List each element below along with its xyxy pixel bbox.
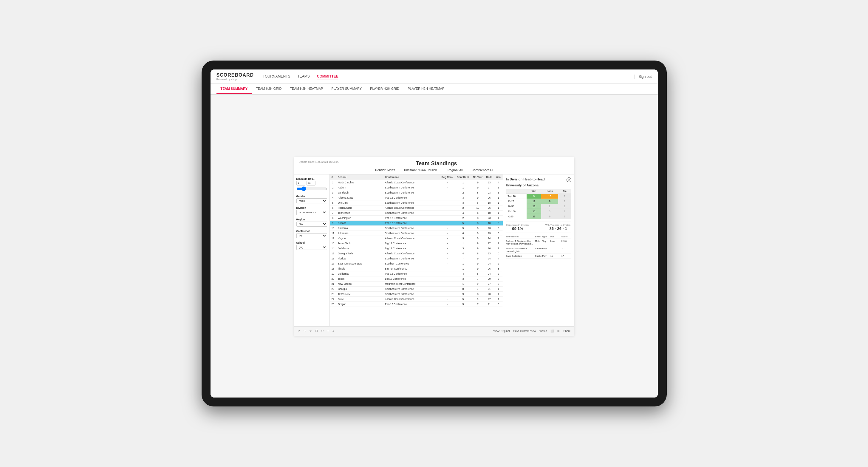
sub-nav-team-h2h-grid[interactable]: TEAM H2H GRID: [252, 84, 286, 94]
table-row[interactable]: 1 North Carolina Atlantic Coast Conferen…: [330, 180, 503, 185]
cell-conference: Big 12 Conference: [383, 246, 440, 251]
table-row[interactable]: 23 Texas A&M Southeastern Conference - 9…: [330, 291, 503, 297]
cell-win: 3: [494, 230, 503, 236]
table-row[interactable]: 20 Texas Big 12 Conference - 3 7 20 2: [330, 276, 503, 281]
table-row[interactable]: 3 Vanderbilt Southeastern Conference - 2…: [330, 190, 503, 195]
sub-nav-team-summary[interactable]: TEAM SUMMARY: [216, 84, 252, 94]
h2h-row: Top 10 3 13 0: [506, 193, 571, 198]
table-row[interactable]: 15 Georgia Tech Atlantic Coast Conferenc…: [330, 251, 503, 256]
cell-rnds: 26: [484, 266, 494, 271]
tournament-result: Loss: [551, 240, 560, 245]
table-row[interactable]: 6 Florida State Atlantic Coast Conferenc…: [330, 205, 503, 210]
region-sidebar-label: Region: [297, 218, 327, 221]
table-row[interactable]: 18 Illinois Big Ten Conference - 1 9 26 …: [330, 266, 503, 271]
logo-text: SCOREBOARD: [216, 72, 254, 78]
table-row[interactable]: 2 Auburn Southeastern Conference - 1 9 2…: [330, 185, 503, 190]
cell-conference: Pac-12 Conference: [383, 271, 440, 276]
cell-reg-rank: -: [440, 302, 455, 307]
table-row[interactable]: 4 Arizona State Pac-12 Conference - 3 9 …: [330, 195, 503, 200]
sub-nav-player-h2h-heatmap[interactable]: PLAYER H2H HEATMAP: [403, 84, 448, 94]
gender-select[interactable]: Men's: [297, 198, 327, 204]
close-button[interactable]: ✕: [566, 178, 571, 182]
table-row[interactable]: 10 Alabama Southeastern Conference - 5 8…: [330, 225, 503, 230]
save-custom-btn[interactable]: Save Custom View: [513, 330, 536, 333]
table-row[interactable]: 11 Arkansas Southeastern Conference - 6 …: [330, 230, 503, 236]
table-row[interactable]: 17 East Tennessee State Southern Confere…: [330, 261, 503, 266]
cell-no-tour: 8: [471, 225, 484, 230]
cell-no-tour: 8: [471, 190, 484, 195]
redo-btn[interactable]: ↪: [304, 330, 306, 333]
panel-title: In Division Head-to-Head: [506, 178, 545, 181]
cell-no-tour: 9: [471, 281, 484, 286]
cell-win: 5: [494, 190, 503, 195]
watch-btn[interactable]: Watch: [539, 330, 547, 333]
gender-filter: Gender: Men's: [375, 168, 395, 172]
copy-btn[interactable]: ❐: [315, 330, 318, 333]
table-row[interactable]: 16 Florida Southeastern Conference - 7 9…: [330, 256, 503, 261]
table-row[interactable]: 5 Ole Miss Southeastern Conference - 3 6…: [330, 200, 503, 205]
tournament-header-row: Tournament Event Type Pos Score: [506, 235, 571, 239]
min-rounds-label: Minimum Rou...: [297, 178, 327, 180]
circle-btn[interactable]: ○: [333, 330, 334, 333]
wlt-label: W-L-T record in-division:: [546, 224, 571, 226]
table-row[interactable]: 25 Oregon Pac-12 Conference - 5 7 21 0: [330, 302, 503, 307]
cell-reg-rank: -: [440, 180, 455, 185]
wlt-stat: W-L-T record in-division: 86 - 26 - 1: [546, 224, 571, 231]
nav-committee[interactable]: COMMITTEE: [317, 73, 338, 80]
cell-rank: 21: [330, 281, 336, 286]
table-row[interactable]: 9 Arizona Pac-12 Conference - 5 8 10 3: [330, 220, 503, 225]
bottom-toolbar: ↩ ↪ ⟳ ❐ ✂ + ○ View: Original Save Custom…: [294, 326, 574, 336]
cell-rnds: 27: [484, 281, 494, 286]
h2h-header-row: Win Loss Tie: [506, 189, 571, 194]
cell-rnds: 26: [484, 246, 494, 251]
table-area: # School Conference Reg Rank Conf Rank N…: [330, 175, 503, 326]
tournament-score: -17: [561, 247, 571, 253]
tournament-result: 11: [551, 255, 560, 257]
share-btn[interactable]: Share: [563, 330, 570, 333]
cell-win: 2: [494, 281, 503, 286]
right-panel: In Division Head-to-Head ✕ University of…: [503, 175, 574, 326]
cell-conf-rank: 1: [455, 180, 471, 185]
table-row[interactable]: 7 Tennessee Southeastern Conference - 4 …: [330, 210, 503, 215]
nav-tournaments[interactable]: TOURNAMENTS: [263, 73, 290, 80]
table-row[interactable]: 14 Oklahoma Big 12 Conference - 3 9 26 2: [330, 246, 503, 251]
refresh-btn[interactable]: ⟳: [310, 330, 312, 333]
cell-conference: Southeastern Conference: [383, 256, 440, 261]
layout-btn[interactable]: ⬜: [551, 330, 554, 333]
rounds-slider[interactable]: [297, 186, 327, 191]
undo-btn[interactable]: ↩: [298, 330, 300, 333]
cell-rnds: 27: [484, 241, 494, 246]
sub-nav-team-h2h-heatmap[interactable]: TEAM H2H HEATMAP: [286, 84, 327, 94]
sign-out-btn[interactable]: Sign out: [634, 74, 652, 79]
conference-select[interactable]: (All): [297, 233, 327, 238]
view-original-btn[interactable]: View: Original: [493, 330, 509, 333]
cell-conference: Atlantic Coast Conference: [383, 251, 440, 256]
sub-nav-player-summary[interactable]: PLAYER SUMMARY: [327, 84, 366, 94]
add-btn[interactable]: +: [328, 330, 329, 333]
gender-section: Gender Men's: [297, 195, 327, 204]
school-select[interactable]: (All): [297, 245, 327, 250]
table-row[interactable]: 19 California Pac-12 Conference - 4 8 24…: [330, 271, 503, 276]
cell-school: Texas A&M: [336, 291, 383, 297]
region-select[interactable]: N/A: [297, 222, 327, 227]
max-rounds-input[interactable]: [307, 181, 315, 186]
sub-nav-player-h2h-grid[interactable]: PLAYER H2H GRID: [366, 84, 403, 94]
cell-win: 2: [494, 271, 503, 276]
nav-teams[interactable]: TEAMS: [298, 73, 310, 80]
min-rounds-section: Minimum Rou...: [297, 178, 327, 192]
grid-btn[interactable]: ⊞: [557, 330, 560, 333]
table-row[interactable]: 24 Duke Atlantic Coast Conference - 5 9 …: [330, 297, 503, 302]
tournament-name: Arizona Thunderbirds Intercollegiate: [506, 247, 534, 253]
table-row[interactable]: 22 Georgia Southeastern Conference - 8 7…: [330, 286, 503, 291]
min-rounds-input[interactable]: [297, 181, 305, 186]
h2h-th-label: [506, 189, 527, 194]
table-row[interactable]: 12 Virginia Atlantic Coast Conference - …: [330, 236, 503, 241]
table-row[interactable]: 13 Texas Tech Big 12 Conference - 1 9 27…: [330, 241, 503, 246]
cell-conf-rank: 5: [455, 302, 471, 307]
table-row[interactable]: 21 New Mexico Mountain West Conference -…: [330, 281, 503, 286]
division-select[interactable]: NCAA Division I: [297, 210, 327, 215]
tournament-score: 2-3-0: [561, 240, 571, 245]
table-row[interactable]: 8 Washington Pac-12 Conference - 2 8 23 …: [330, 215, 503, 220]
cell-rank: 12: [330, 236, 336, 241]
scissors-btn[interactable]: ✂: [321, 330, 324, 333]
